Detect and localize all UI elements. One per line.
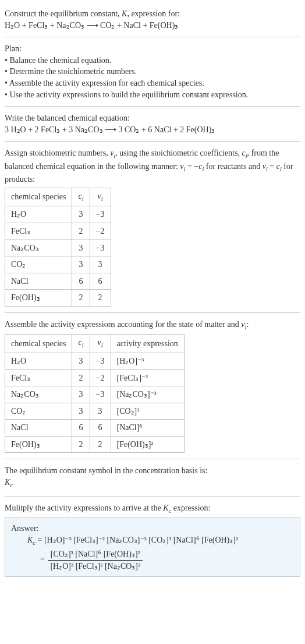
divider: [5, 459, 300, 459]
table-row: FeCl₃2−2[FeCl₃]⁻²: [5, 369, 185, 386]
multiply-after: expression:: [171, 504, 210, 512]
symbol-section: The equilibrium constant symbol in the c…: [5, 462, 300, 493]
symbol-K: K: [5, 478, 10, 487]
answer-line1: Kc = [H₂O]⁻³ [FeCl₃]⁻² [Na₂CO₃]⁻³ [CO₂]³…: [11, 534, 294, 547]
answer-label: Answer:: [11, 524, 38, 533]
th-species: chemical species: [5, 335, 72, 353]
answer-K: K: [27, 536, 33, 544]
plan-item-3: Assemble the activity expression for eac…: [9, 79, 204, 87]
multiply-text: Mulitply the activity expressions to arr…: [5, 504, 163, 512]
table-row: FeCl₃2−2: [5, 223, 111, 240]
th-ci: ci: [72, 335, 90, 353]
assemble-colon: :: [246, 320, 249, 329]
table-row: Fe(OH)₃22[Fe(OH)₃]²: [5, 436, 185, 453]
divider: [5, 496, 300, 497]
symbol-c: c: [10, 482, 13, 488]
table-row: CO₂33[CO₂]³: [5, 403, 185, 420]
assemble-text: Assemble the activity expressions accoun…: [5, 320, 241, 329]
assign-section: Assign stoichiometric numbers, νi, using…: [5, 144, 300, 310]
rel1-eq: = −: [185, 162, 198, 171]
table-row: CO₂33: [5, 256, 111, 273]
plan-item-1: Balance the chemical equation.: [9, 56, 111, 65]
balanced-section: Write the balanced chemical equation: 3 …: [5, 109, 300, 139]
prompt-text-1: Construct the equilibrium constant,: [5, 9, 122, 18]
plan-item-4: Use the activity expressions to build th…: [9, 90, 248, 99]
plan-title: Plan:: [5, 44, 22, 53]
answer-numerator: [CO₂]³ [NaCl]⁶ [Fe(OH)₃]²: [48, 548, 143, 561]
stoich-table-1: chemical species ci νi H₂O3−3 FeCl₃2−2 N…: [5, 188, 111, 307]
assign-text-2: , using the stoichiometric coefficients,: [115, 149, 242, 157]
answer-eq2: =: [40, 555, 47, 564]
balanced-title: Write the balanced chemical equation:: [5, 114, 130, 122]
symbol-text: The equilibrium constant symbol in the c…: [5, 466, 207, 475]
table-row: NaCl66: [5, 273, 111, 290]
prompt-text-2: , expression for:: [127, 9, 180, 18]
assign-text-1: Assign stoichiometric numbers,: [5, 149, 110, 157]
prompt-header: Construct the equilibrium constant, K, e…: [5, 5, 300, 34]
th-vi: νi: [90, 188, 111, 206]
answer-line2: = [CO₂]³ [NaCl]⁶ [Fe(OH)₃]² [H₂O]³ [FeCl…: [11, 548, 294, 572]
answer-box: Answer: Kc = [H₂O]⁻³ [FeCl₃]⁻² [Na₂CO₃]⁻…: [5, 518, 300, 577]
prompt-equation: H₂O + FeCl₃ + Na₂CO₃ ⟶ CO₂ + NaCl + Fe(O…: [5, 21, 178, 30]
divider: [5, 141, 300, 142]
multiply-section: Mulitply the activity expressions to arr…: [5, 499, 300, 581]
table-row: Fe(OH)₃22: [5, 290, 111, 307]
answer-eq: =: [36, 536, 44, 544]
multiply-K: K: [163, 504, 168, 512]
table-row: Na₂CO₃3−3: [5, 240, 111, 256]
divider: [5, 37, 300, 37]
balanced-equation: 3 H₂O + 2 FeCl₃ + 3 Na₂CO₃ ⟶ 3 CO₂ + 6 N…: [5, 125, 215, 134]
table-header-row: chemical species ci νi: [5, 188, 111, 206]
table-row: H₂O3−3[H₂O]⁻³: [5, 353, 185, 369]
prompt-K: K: [122, 9, 127, 18]
plan-item-2: Determine the stoichiometric numbers.: [9, 67, 137, 76]
divider: [5, 106, 300, 107]
answer-denominator: [H₂O]³ [FeCl₃]² [Na₂CO₃]³: [48, 561, 143, 572]
rel1-after: for reactants and: [204, 162, 262, 171]
assemble-section: Assemble the activity expressions accoun…: [5, 315, 300, 457]
activity-table: chemical species ci νi activity expressi…: [5, 334, 185, 453]
table-row: NaCl66[NaCl]⁶: [5, 420, 185, 437]
table-row: H₂O3−3: [5, 206, 111, 223]
plan-section: Plan: • Balance the chemical equation. •…: [5, 40, 300, 104]
table-header-row: chemical species ci νi activity expressi…: [5, 335, 185, 353]
answer-product: [H₂O]⁻³ [FeCl₃]⁻² [Na₂CO₃]⁻³ [CO₂]³ [NaC…: [44, 536, 238, 544]
table-row: Na₂CO₃3−3[Na₂CO₃]⁻³: [5, 386, 185, 403]
th-activity: activity expression: [111, 335, 184, 353]
answer-fraction: [CO₂]³ [NaCl]⁶ [Fe(OH)₃]² [H₂O]³ [FeCl₃]…: [48, 548, 143, 572]
rel2-eq: =: [268, 162, 276, 171]
th-species: chemical species: [5, 188, 72, 206]
th-ci: ci: [72, 188, 90, 206]
divider: [5, 312, 300, 313]
th-vi: νi: [90, 335, 111, 353]
